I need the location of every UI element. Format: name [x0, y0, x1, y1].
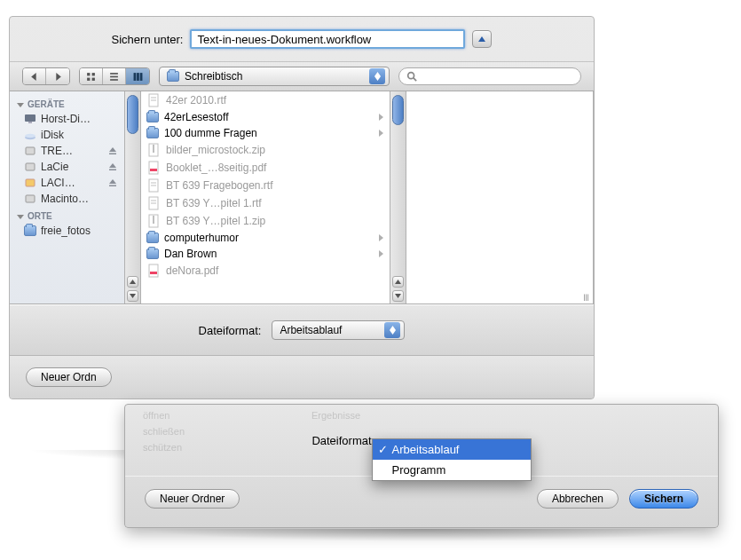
svg-rect-19: [109, 170, 116, 171]
triangle-up-icon: [477, 35, 486, 43]
format-row: Dateiformat: Arbeitsablauf: [10, 304, 594, 356]
svg-rect-13: [28, 122, 32, 123]
search-icon: [406, 71, 417, 82]
hdd-icon: [24, 146, 36, 156]
svg-rect-21: [109, 185, 116, 187]
folder-icon: [146, 128, 159, 138]
scroll-up-button[interactable]: [392, 276, 404, 288]
file-row[interactable]: deNora.pdf: [141, 262, 390, 280]
svg-rect-1: [92, 73, 95, 75]
eject-icon[interactable]: [108, 178, 117, 187]
svg-rect-18: [26, 163, 35, 170]
column-scrollbar-1[interactable]: [125, 91, 141, 304]
sidebar-device-lacie[interactable]: LaCie: [10, 159, 124, 175]
filename-input[interactable]: [190, 29, 465, 49]
triangle-right-icon: [53, 72, 63, 82]
file-row[interactable]: BT 639 Fragebogen.rtf: [141, 177, 390, 194]
eject-icon[interactable]: [108, 162, 117, 171]
save-dialog-overlay: öffnen schließen schützen Ergebnisse Dat…: [124, 404, 719, 528]
svg-rect-3: [92, 77, 95, 80]
file-name: deNora.pdf: [166, 264, 218, 277]
scroll-down-button[interactable]: [392, 290, 404, 302]
chevron-right-icon: [377, 130, 384, 137]
back-button[interactable]: [23, 68, 46, 84]
sidebar-device-macinto[interactable]: Macinto…: [10, 191, 124, 207]
shadow: [142, 529, 710, 541]
save-as-row: Sichern unter:: [10, 17, 594, 61]
button-bar: Neuer Ordn: [10, 356, 594, 398]
file-row[interactable]: BT 639 Y…pitel 1.zip: [141, 212, 390, 230]
file-name: Dan Brown: [164, 248, 217, 260]
columns-icon: [133, 72, 143, 82]
file-name: bilder_microstock.zip: [166, 144, 265, 156]
scroll-up-button[interactable]: [127, 276, 138, 288]
zip-icon: [146, 143, 161, 157]
sidebar-place-freiefotos[interactable]: freie_fotos: [10, 223, 124, 239]
forward-button[interactable]: [46, 68, 69, 84]
svg-rect-6: [110, 79, 118, 81]
list-view-button[interactable]: [103, 68, 126, 84]
location-popup[interactable]: Schreibtisch: [159, 67, 390, 86]
folder-icon: [167, 71, 179, 82]
disclosure-button[interactable]: [472, 30, 492, 48]
file-name: 42erLesestoff: [164, 111, 229, 123]
file-name: BT 639 Y…pitel 1.rtf: [166, 197, 262, 209]
file-row[interactable]: bilder_microstock.zip: [141, 141, 390, 159]
cancel-button[interactable]: Abbrechen: [537, 489, 619, 509]
save-button[interactable]: Sichern: [629, 489, 698, 509]
icon-view-button[interactable]: [80, 68, 103, 84]
search-field[interactable]: [398, 67, 581, 85]
view-mode-group: [79, 67, 150, 85]
folder-icon: [146, 112, 159, 122]
new-folder-button[interactable]: Neuer Ordner: [145, 489, 240, 509]
file-row[interactable]: BT 639 Y…pitel 1.rtf: [141, 194, 390, 212]
overlay-button-bar: Neuer Ordner Abbrechen Sichern: [125, 476, 718, 520]
file-row[interactable]: computerhumor: [141, 230, 390, 246]
svg-rect-0: [87, 73, 90, 75]
hdd-icon: [24, 162, 36, 172]
svg-rect-22: [26, 195, 35, 202]
imac-icon: [24, 114, 36, 124]
file-row[interactable]: 42erLesestoff: [141, 109, 390, 125]
new-folder-button[interactable]: Neuer Ordn: [26, 367, 112, 387]
document-icon: [146, 93, 161, 107]
svg-rect-5: [110, 75, 118, 77]
triangle-down-icon: [130, 293, 136, 299]
scroll-thumb[interactable]: [392, 95, 404, 125]
column-scrollbar-2[interactable]: [390, 91, 406, 304]
sidebar-device-horst[interactable]: Horst-Di…: [10, 111, 124, 127]
format-label: Dateiformat:: [199, 324, 262, 337]
svg-rect-17: [109, 154, 116, 155]
format-popup[interactable]: Arbeitsablauf: [272, 320, 405, 340]
pdf-icon: [146, 264, 161, 278]
format-value: Arbeitsablauf: [280, 324, 342, 336]
svg-rect-2: [87, 77, 90, 80]
zip-icon: [146, 214, 161, 228]
resize-handle-icon[interactable]: ⫼: [580, 291, 591, 302]
file-column: 42er 2010.rtf42erLesestoff100 dumme Frag…: [141, 91, 390, 304]
pdf-icon: [146, 161, 161, 175]
file-row[interactable]: Dan Brown: [141, 246, 390, 262]
file-browser: GERÄTE Horst-Di… iDisk TRE… LaCie: [10, 91, 594, 304]
svg-point-15: [25, 134, 35, 138]
scroll-thumb[interactable]: [127, 95, 138, 134]
overlay-format-row: öffnen schließen schützen Ergebnisse Dat…: [125, 405, 718, 476]
devices-header: GERÄTE: [10, 95, 124, 111]
file-row[interactable]: 100 dumme Fragen: [141, 125, 390, 141]
scroll-down-button[interactable]: [127, 290, 138, 302]
sidebar-device-idisk[interactable]: iDisk: [10, 127, 124, 143]
location-label: Schreibtisch: [185, 70, 242, 83]
column-view-button[interactable]: [126, 68, 149, 84]
option-arbeitsablauf[interactable]: Arbeitsablauf: [373, 439, 531, 460]
sidebar-device-tre[interactable]: TRE…: [10, 143, 124, 159]
svg-rect-29: [150, 169, 157, 171]
browser-toolbar: Schreibtisch: [10, 61, 594, 91]
file-row[interactable]: 42er 2010.rtf: [141, 91, 390, 109]
overlay-format-label: Dateiformat: [311, 434, 371, 447]
folder-icon: [146, 233, 159, 243]
sidebar-device-laci2[interactable]: LACI…: [10, 175, 124, 191]
file-row[interactable]: Booklet_…8seitig.pdf: [141, 159, 390, 177]
format-dropdown-menu: Arbeitsablauf Programm: [372, 438, 532, 481]
option-programm[interactable]: Programm: [373, 460, 531, 480]
eject-icon[interactable]: [108, 146, 117, 155]
